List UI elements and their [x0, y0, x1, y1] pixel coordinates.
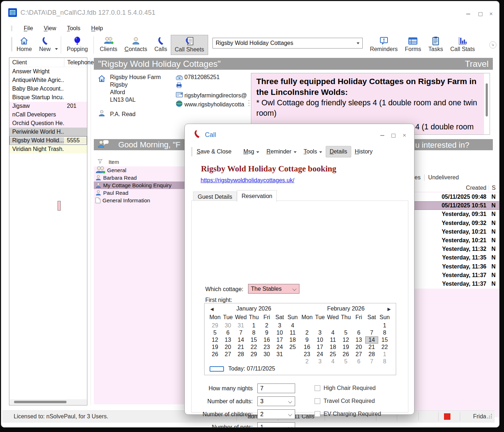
- calendar-day[interactable]: 5: [339, 358, 352, 365]
- maximize-button[interactable]: [476, 10, 484, 18]
- scrollbar-thumb[interactable]: [486, 83, 488, 116]
- undelivered-row[interactable]: Yesterday, 11:37N: [414, 271, 500, 280]
- calendar-day[interactable]: [365, 322, 378, 329]
- toolbar-button-popping[interactable]: Popping: [63, 35, 92, 55]
- close-button[interactable]: ×: [487, 10, 495, 18]
- menu-item-file[interactable]: File: [24, 25, 33, 32]
- booking-link[interactable]: https://rigsbywoldholidaycottages.uk/: [201, 177, 294, 184]
- calendar-day[interactable]: [286, 351, 299, 358]
- dialog-minimize-button[interactable]: [378, 132, 386, 139]
- calendar-day[interactable]: 21: [365, 344, 378, 351]
- field-select[interactable]: 2: [257, 409, 295, 419]
- undelivered-row[interactable]: Yesterday, 11:32N: [414, 245, 500, 253]
- undelivered-row[interactable]: Yesterday, 11:36N: [414, 262, 500, 271]
- field-text-input[interactable]: 7: [257, 383, 295, 393]
- toolbar-button-calls[interactable]: Calls: [151, 35, 171, 55]
- checkbox-ev-charging-required[interactable]: [315, 411, 320, 417]
- tree-item[interactable]: My Cottage Booking Enquiry: [94, 181, 187, 189]
- calendar-day[interactable]: [339, 322, 352, 329]
- calendar-day[interactable]: 1: [378, 351, 391, 358]
- calendar-day[interactable]: 16: [301, 344, 313, 351]
- tab-undelivered[interactable]: Undelivered: [428, 174, 459, 181]
- calendar-day[interactable]: 29: [209, 322, 221, 329]
- client-row[interactable]: Answer Wright: [9, 67, 87, 76]
- calendar-day[interactable]: [247, 358, 260, 365]
- resize-grip[interactable]: [487, 413, 492, 420]
- calendar-day[interactable]: 24: [273, 344, 286, 351]
- client-selector-combo[interactable]: Rigsby Wold Holiday Cottages: [212, 38, 363, 49]
- calendar-day[interactable]: 6: [352, 329, 365, 336]
- calendar-day[interactable]: [260, 358, 273, 365]
- toolbar-button-call-stats[interactable]: Call Stats: [446, 35, 478, 55]
- calendar-day[interactable]: 2: [301, 329, 313, 336]
- calendar-day[interactable]: 5: [339, 329, 352, 336]
- calendar-day[interactable]: 17: [313, 344, 326, 351]
- toolbar-button-forms[interactable]: Forms: [401, 35, 425, 55]
- tab-fragment[interactable]: es: [414, 174, 421, 181]
- calendar-day[interactable]: 5: [209, 329, 221, 336]
- minimize-button[interactable]: [464, 10, 472, 18]
- calendar-day[interactable]: [301, 322, 313, 329]
- calendar-day[interactable]: 20: [352, 344, 365, 351]
- telephone-column-header[interactable]: Telephone: [64, 58, 94, 67]
- calendar-day[interactable]: 9: [301, 336, 313, 344]
- menu-item-tools[interactable]: Tools: [67, 25, 80, 32]
- calendar-day[interactable]: 14: [234, 336, 247, 344]
- calendar-day[interactable]: 31: [234, 322, 247, 329]
- client-row[interactable]: Periwinkle World H...: [9, 128, 87, 136]
- calendar-day[interactable]: 23: [260, 344, 273, 351]
- undelivered-row[interactable]: Yesterday, 10:21N: [414, 236, 500, 245]
- calendar-day[interactable]: 3: [313, 329, 326, 336]
- tree-item[interactable]: Barbara Read: [94, 174, 187, 181]
- calendar-day[interactable]: 12: [209, 336, 221, 344]
- calendar-day[interactable]: 16: [260, 336, 273, 344]
- calendar-day[interactable]: 27: [221, 351, 234, 358]
- toolbar-button-contacts[interactable]: Contacts: [121, 35, 151, 55]
- dialog-button-msg[interactable]: Msg: [240, 146, 263, 157]
- undelivered-row[interactable]: Yesterday, 10:21N: [414, 228, 500, 236]
- contact-website[interactable]: www.rigsbyholidaycotta: [184, 101, 248, 108]
- calendar-day[interactable]: 8: [378, 329, 391, 336]
- dialog-button-reminder[interactable]: Reminder: [263, 146, 300, 157]
- calendar-day[interactable]: 15: [247, 336, 260, 344]
- undelivered-row[interactable]: Yesterday, 09:32N: [414, 219, 500, 228]
- calendar-day[interactable]: 11: [326, 336, 339, 344]
- field-select[interactable]: 1: [257, 422, 295, 428]
- today-swatch[interactable]: [210, 366, 224, 372]
- calendar-day[interactable]: 1: [378, 322, 391, 329]
- dialog-maximize-button[interactable]: [389, 132, 398, 139]
- which-cottage-select[interactable]: The Stables: [248, 284, 299, 294]
- calendar-day[interactable]: [326, 322, 339, 329]
- calendar-day[interactable]: 27: [352, 351, 365, 358]
- calendar-day[interactable]: 6: [352, 358, 365, 365]
- calendar-day[interactable]: 2: [301, 358, 313, 365]
- calendar-day[interactable]: 28: [365, 351, 378, 358]
- tree-header-label[interactable]: Item: [109, 159, 119, 165]
- contact-email[interactable]: rigsbyfarmingdirectors@: [184, 92, 249, 99]
- client-row[interactable]: Orchid Question He...: [9, 119, 87, 128]
- calendar-day[interactable]: 19: [209, 344, 221, 351]
- calendar-day[interactable]: 4: [286, 322, 299, 329]
- calendar-day[interactable]: 1: [247, 322, 260, 329]
- calendar-day[interactable]: 7: [234, 329, 247, 336]
- calendar-day[interactable]: 11: [286, 329, 299, 336]
- calendar-day[interactable]: 10: [273, 329, 286, 336]
- calendar-day[interactable]: 22: [247, 344, 260, 351]
- calendar-day[interactable]: [286, 358, 299, 365]
- calendar-day[interactable]: 8: [247, 329, 260, 336]
- dialog-button-tools[interactable]: Tools: [300, 146, 326, 157]
- undelivered-row[interactable]: 05/11/2025 09:48N: [414, 193, 500, 201]
- client-row[interactable]: Baby Blue Account...: [9, 84, 87, 93]
- calendar-day[interactable]: 18: [326, 344, 339, 351]
- calendar-day[interactable]: 18: [286, 336, 299, 344]
- calendar-day[interactable]: 12: [339, 336, 352, 344]
- today-label[interactable]: Today: 07/11/2025: [228, 366, 275, 372]
- calendar-day[interactable]: 20: [221, 344, 234, 351]
- calendar-day[interactable]: 25: [326, 351, 339, 358]
- client-row[interactable]: Viridian Night Trash...: [9, 145, 87, 153]
- toolbar-button-reminders[interactable]: Reminders: [366, 35, 401, 55]
- calendar-day[interactable]: 31: [273, 351, 286, 358]
- calendar-day[interactable]: 22: [378, 344, 391, 351]
- field-select[interactable]: 3: [257, 396, 295, 406]
- calendar-day[interactable]: 7: [365, 329, 378, 336]
